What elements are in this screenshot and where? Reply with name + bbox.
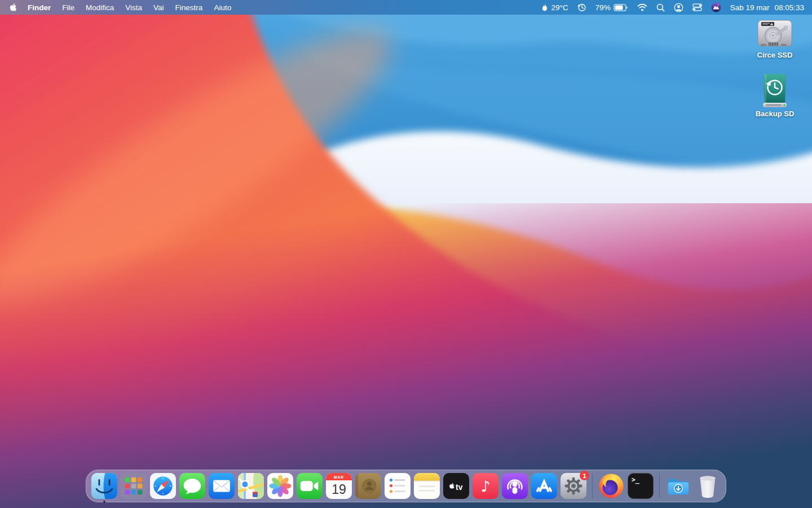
dock-item-launchpad[interactable] (121, 473, 147, 499)
trash-icon (695, 473, 721, 499)
dock-divider (659, 474, 660, 498)
menu-app-name[interactable]: Finder (22, 0, 56, 15)
wifi-menu[interactable] (637, 0, 647, 15)
user-account-icon (674, 3, 683, 12)
desktop-icon-label: Backup SD (756, 110, 795, 118)
menu-file[interactable]: File (56, 0, 80, 15)
reminders-icon (385, 473, 411, 499)
menu-modifica[interactable]: Modifica (80, 0, 120, 15)
notification-badge: 1 (580, 471, 589, 480)
dock-item-notes[interactable] (414, 473, 440, 499)
menu-aiuto[interactable]: Aiuto (208, 0, 237, 15)
temperature-status[interactable]: 29°C (541, 0, 568, 15)
messages-icon (179, 473, 205, 499)
desktop-screen: Finder File Modifica Vista Vai Finestra … (0, 0, 812, 508)
dock-item-system-preferences[interactable]: 1 (561, 473, 586, 499)
menu-bar: Finder File Modifica Vista Vai Finestra … (0, 0, 812, 15)
dock-item-calendar[interactable]: MAR 19 (326, 473, 352, 499)
battery-percent: 79% (595, 3, 611, 12)
dock-item-facetime[interactable] (297, 473, 323, 499)
maps-icon (238, 473, 264, 499)
dock-item-maps[interactable] (238, 473, 264, 499)
calendar-icon: MAR 19 (326, 473, 352, 499)
dock-item-photos[interactable] (267, 473, 293, 499)
notes-icon (414, 473, 440, 499)
dock-item-firefox[interactable] (598, 473, 624, 499)
menu-bar-left: Finder File Modifica Vista Vai Finestra … (6, 0, 237, 15)
dock-item-tv[interactable]: tv (443, 473, 469, 499)
desktop-icon-column: Circe SSD Backup SD (748, 19, 802, 118)
control-center-icon (692, 3, 702, 11)
dock-item-safari[interactable] (150, 473, 176, 499)
finder-running-indicator (103, 501, 105, 503)
user-menu[interactable] (674, 0, 683, 15)
desktop-icon-label: Circe SSD (757, 51, 793, 59)
app-store-icon (531, 473, 557, 499)
mountain-app-icon (711, 2, 721, 12)
facetime-icon (297, 473, 323, 499)
menu-finestra[interactable]: Finestra (170, 0, 209, 15)
wifi-icon (637, 3, 647, 11)
dock-item-finder[interactable] (91, 473, 117, 499)
dock-item-contacts[interactable] (355, 473, 381, 499)
battery-status[interactable]: 79% (595, 0, 628, 15)
menu-bar-status-area: 29°C 79% (541, 0, 804, 15)
search-icon (656, 3, 665, 12)
apple-menu[interactable] (6, 0, 22, 15)
terminal-icon: >_ (628, 473, 654, 499)
apple-tv-icon: tv (443, 473, 469, 499)
photos-icon (267, 473, 293, 499)
contacts-icon (355, 473, 381, 499)
launchpad-icon (121, 473, 147, 499)
temperature-value: 29°C (551, 3, 568, 12)
dock-item-messages[interactable] (179, 473, 205, 499)
mail-icon (209, 473, 235, 499)
menu-time: 08:05:33 (774, 3, 804, 12)
dock-divider (592, 474, 593, 498)
dock-item-podcasts[interactable] (502, 473, 528, 499)
dock-item-terminal[interactable]: >_ (628, 473, 654, 499)
mountain-app-menu[interactable] (711, 0, 721, 15)
wallpaper-big-sur (0, 0, 812, 508)
menu-vai[interactable]: Vai (148, 0, 170, 15)
tv-label-text: tv (456, 483, 463, 492)
dock-item-trash[interactable] (695, 473, 721, 499)
music-icon: ♪ (473, 473, 498, 499)
battery-icon (614, 4, 628, 11)
downloads-folder-icon (665, 473, 691, 499)
time-machine-menu[interactable] (577, 0, 586, 15)
podcasts-icon (502, 473, 528, 499)
time-machine-icon (577, 3, 586, 12)
time-machine-drive-icon (759, 73, 791, 108)
music-note-glyph: ♪ (480, 478, 490, 495)
internal-drive-icon (756, 19, 793, 50)
dock-item-reminders[interactable] (385, 473, 411, 499)
apple-logo-icon (10, 3, 17, 12)
firefox-icon (598, 473, 624, 499)
spotlight-menu[interactable] (656, 0, 665, 15)
clock-menu[interactable]: Sab 19 mar 08:05:33 (730, 3, 804, 12)
dock-item-app-store[interactable] (531, 473, 557, 499)
dock-item-mail[interactable] (209, 473, 235, 499)
desktop-icon-circe-ssd[interactable]: Circe SSD (748, 19, 802, 59)
dock-item-downloads-folder[interactable] (665, 473, 691, 499)
flame-icon (541, 3, 548, 12)
calendar-month-text: MAR (334, 475, 344, 479)
dock-item-music[interactable]: ♪ (473, 473, 498, 499)
calendar-day-text: 19 (332, 482, 346, 497)
safari-icon (150, 473, 176, 499)
terminal-prompt-glyph: >_ (632, 476, 639, 484)
finder-icon (91, 473, 117, 499)
menu-vista[interactable]: Vista (120, 0, 148, 15)
menu-date: Sab 19 mar (730, 3, 770, 12)
control-center-menu[interactable] (692, 0, 702, 15)
dock: MAR 19 (86, 470, 726, 502)
desktop-icon-backup-sd[interactable]: Backup SD (748, 73, 802, 118)
